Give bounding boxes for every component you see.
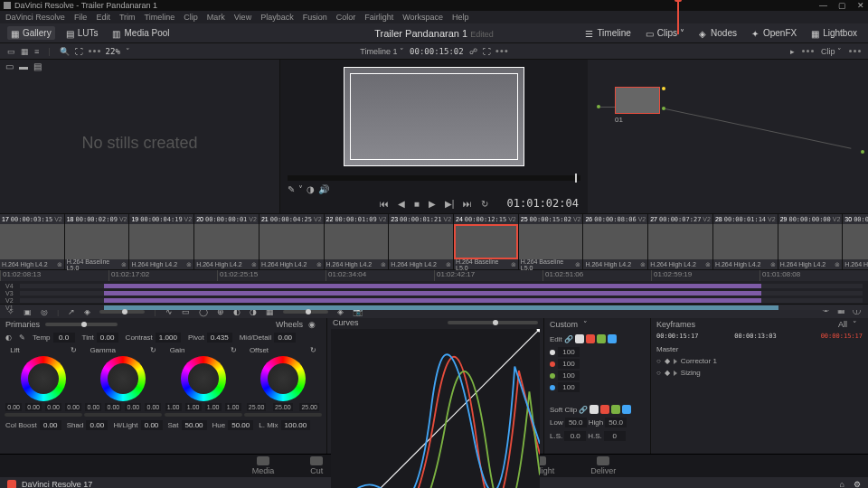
- play-icon[interactable]: ▶: [429, 199, 436, 209]
- tool-wand-icon[interactable]: ✧: [7, 307, 14, 316]
- mini-ruler[interactable]: 01:02:08:1301:02:17:0201:02:25:1501:02:3…: [0, 270, 868, 281]
- node-sink[interactable]: [861, 150, 864, 154]
- md-value[interactable]: 0.00: [274, 333, 296, 343]
- chan-item-0[interactable]: 100: [550, 347, 645, 357]
- thumb-25[interactable]: 2500:00:15:02V2H.264 Baseline L5.0⊗: [519, 214, 584, 269]
- track-V3[interactable]: V3: [5, 290, 863, 296]
- thumb-30[interactable]: 3000:00:02:04V2H.264 High L4.2⊗: [843, 214, 868, 269]
- ls-value[interactable]: 0.0: [564, 431, 586, 441]
- settings-icon[interactable]: ⚙: [854, 480, 861, 488]
- expand-icon[interactable]: ⛶: [483, 47, 491, 56]
- timecode[interactable]: 00:00:15:02: [410, 47, 464, 56]
- pointer-icon[interactable]: ▸: [790, 47, 795, 56]
- go-end-icon[interactable]: ⏭: [463, 199, 472, 209]
- page-media[interactable]: Media: [252, 456, 275, 475]
- hilight-value[interactable]: 0.00: [141, 420, 163, 430]
- go-start-icon[interactable]: ⏮: [380, 199, 389, 209]
- chan-item-2[interactable]: 100: [550, 371, 645, 380]
- lmix-value[interactable]: 100.00: [281, 420, 310, 430]
- picker-mode-2[interactable]: ✎: [19, 333, 25, 342]
- menu-workspace[interactable]: Workspace: [402, 13, 443, 22]
- sc-b[interactable]: [622, 405, 631, 414]
- openfx-button[interactable]: ✦OpenFX: [748, 26, 800, 40]
- gallery-mode-3[interactable]: ▤: [33, 61, 42, 70]
- gallery-mode-1[interactable]: ▭: [5, 61, 14, 70]
- fit-icon[interactable]: ⛶: [75, 47, 83, 56]
- menu-clip[interactable]: Clip: [184, 13, 198, 22]
- menu-edit[interactable]: Edit: [96, 13, 110, 22]
- luts-button[interactable]: ▤LUTs: [62, 26, 102, 40]
- tool-slider-1[interactable]: [99, 310, 145, 314]
- menu-color[interactable]: Color: [336, 13, 356, 22]
- step-back-icon[interactable]: ◀: [398, 199, 405, 209]
- chan-item-3[interactable]: 100: [550, 382, 645, 392]
- keyframes-all[interactable]: All: [838, 320, 847, 329]
- wheels-mode-icon[interactable]: ◉: [308, 320, 316, 329]
- stop-icon[interactable]: ■: [414, 199, 420, 209]
- zoom-value[interactable]: 22%: [106, 47, 120, 56]
- zoom-icon[interactable]: 🔍: [60, 47, 70, 56]
- more-icon[interactable]: [89, 50, 100, 52]
- nodes-panel[interactable]: 01: [588, 60, 868, 213]
- maximize-button[interactable]: ▢: [838, 1, 846, 10]
- primaries-slider[interactable]: [45, 323, 118, 326]
- curves-slider[interactable]: [448, 321, 538, 324]
- menu-fusion[interactable]: Fusion: [303, 13, 327, 22]
- clip-selector[interactable]: Clip ˅: [821, 47, 842, 56]
- menu-fairlight[interactable]: Fairlight: [364, 13, 393, 22]
- contrast-value[interactable]: 1.000: [156, 333, 181, 343]
- softclip-link-icon[interactable]: 🔗: [579, 406, 588, 414]
- hs-value[interactable]: 0: [604, 431, 626, 441]
- node-1[interactable]: [615, 87, 660, 114]
- menu-view[interactable]: View: [234, 13, 251, 22]
- playhead[interactable]: [677, 0, 679, 34]
- menu-mark[interactable]: Mark: [207, 13, 225, 22]
- track-V4[interactable]: V4: [5, 283, 863, 288]
- picker-mode-1[interactable]: ◐: [5, 333, 12, 342]
- menu-file[interactable]: File: [74, 13, 88, 22]
- view-icon-2[interactable]: ▦: [21, 47, 29, 56]
- home-icon[interactable]: ⌂: [840, 480, 844, 488]
- chan-r[interactable]: [586, 334, 595, 343]
- menu-davinciresolve[interactable]: DaVinci Resolve: [5, 13, 65, 22]
- mini-timeline[interactable]: 01:02:08:1301:02:17:0201:02:25:1501:02:3…: [0, 269, 868, 304]
- menu-timeline[interactable]: Timeline: [145, 13, 175, 22]
- link-icon[interactable]: 🔗: [564, 335, 573, 343]
- viewer-scrubber[interactable]: [288, 175, 580, 181]
- low-value[interactable]: 50.0: [565, 418, 587, 427]
- gallery-mode-2[interactable]: ▬: [19, 61, 28, 70]
- kf-sizing[interactable]: ○◆Sizing: [656, 367, 863, 379]
- curves-graph[interactable]: [331, 329, 540, 488]
- thumb-28[interactable]: 2800:00:01:14V2H.264 High L4.2⊗: [713, 214, 778, 269]
- menu-playback[interactable]: Playback: [260, 13, 294, 22]
- thumb-17[interactable]: 1700:00:03:15V2H.264 High L4.2⊗: [0, 214, 65, 269]
- gallery-button[interactable]: ▦Gallery: [7, 26, 55, 40]
- track-V2[interactable]: V2: [5, 297, 863, 303]
- thumb-27[interactable]: 2700:00:07:27V2H.264 High L4.2⊗: [648, 214, 713, 269]
- colboost-value[interactable]: 0.00: [40, 420, 61, 430]
- node-output-top[interactable]: [662, 87, 665, 90]
- temp-value[interactable]: 0.0: [53, 333, 75, 343]
- viewer-more-icon[interactable]: [496, 50, 508, 52]
- hue-value[interactable]: 50.00: [228, 420, 253, 430]
- menu-help[interactable]: Help: [452, 13, 469, 22]
- thumb-26[interactable]: 2600:00:08:06V2H.264 High L4.2⊗: [583, 214, 648, 269]
- sync-icon[interactable]: ☍: [469, 47, 477, 56]
- view-icon-1[interactable]: ▭: [7, 47, 15, 56]
- high-value[interactable]: 50.0: [605, 418, 627, 427]
- thumb-21[interactable]: 2100:00:04:25V2H.264 High L4.2⊗: [259, 214, 325, 269]
- thumb-20[interactable]: 2000:00:00:01V2H.264 High L4.2⊗: [194, 214, 259, 269]
- minimize-button[interactable]: —: [819, 1, 827, 10]
- tint-value[interactable]: 0.00: [97, 333, 118, 343]
- shad-value[interactable]: 0.00: [86, 420, 108, 430]
- chan-b[interactable]: [608, 334, 617, 343]
- audio-icon[interactable]: 🔊: [318, 184, 329, 194]
- kf-corrector[interactable]: ○◆Corrector 1: [656, 355, 863, 367]
- clips-button[interactable]: ▭Clips ˅: [642, 26, 688, 40]
- mask-icon[interactable]: ◑: [307, 184, 315, 194]
- chan-g[interactable]: [597, 334, 606, 343]
- timeline-selector[interactable]: Timeline 1 ˅: [360, 47, 404, 56]
- chan-y[interactable]: [575, 334, 584, 343]
- page-cut[interactable]: Cut: [310, 456, 323, 475]
- tool-slider-2[interactable]: [283, 310, 328, 314]
